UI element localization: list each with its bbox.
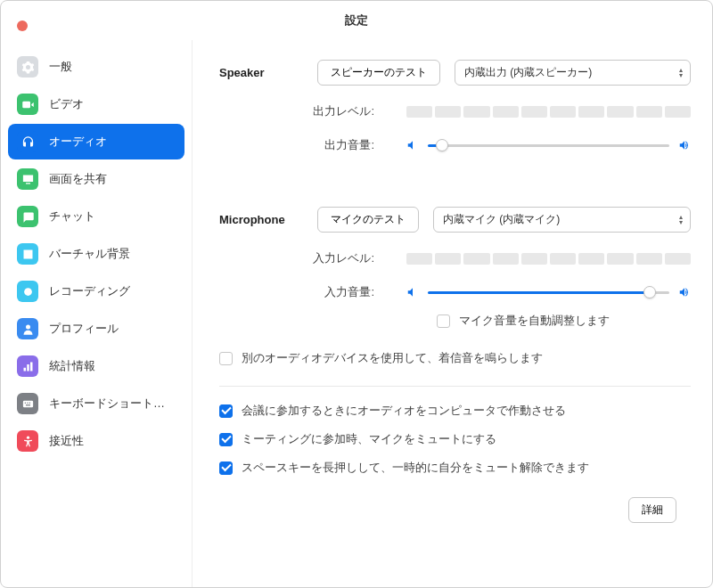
svg-point-0 <box>24 288 32 296</box>
sidebar-item-label: オーディオ <box>49 134 107 150</box>
svg-rect-5 <box>29 402 29 403</box>
close-window-button[interactable] <box>17 20 28 31</box>
keyboard-icon <box>17 393 38 414</box>
input-volume-slider[interactable] <box>428 291 669 294</box>
sidebar-item-label: 接近性 <box>49 433 84 449</box>
mic-device-select[interactable]: 内蔵マイク (内蔵マイク) ▴▾ <box>433 207 691 233</box>
sidebar-item-share-screen[interactable]: 画面を共有 <box>8 161 184 197</box>
sidebar-item-statistics[interactable]: 統計情報 <box>8 348 184 384</box>
checkbox-label: 別のオーディオデバイスを使用して、着信音を鳴らします <box>242 350 543 366</box>
sidebar-item-label: 一般 <box>49 59 72 75</box>
chevron-updown-icon: ▴▾ <box>679 68 683 78</box>
svg-rect-3 <box>24 402 25 403</box>
input-level-label: 入力レベル: <box>219 250 406 266</box>
audio-settings-panel: Speaker スピーカーのテスト 内蔵出力 (内蔵スピーカー) ▴▾ 出力レベ… <box>193 40 712 587</box>
checkbox-icon <box>219 461 233 475</box>
checkbox-label: マイク音量を自動調整します <box>459 313 610 329</box>
divider <box>219 386 691 387</box>
sidebar-item-virtual-background[interactable]: バーチャル背景 <box>8 236 184 272</box>
sidebar-item-label: プロフィール <box>49 321 119 337</box>
input-volume-label: 入力音量: <box>219 284 406 300</box>
speaker-section-label: Speaker <box>219 66 317 79</box>
sidebar-item-recording[interactable]: レコーディング <box>8 274 184 309</box>
checkbox-icon <box>219 352 233 365</box>
sidebar-item-label: バーチャル背景 <box>49 246 130 262</box>
sidebar-item-video[interactable]: ビデオ <box>8 86 184 122</box>
svg-rect-4 <box>27 402 28 403</box>
output-volume-label: 出力音量: <box>219 137 406 153</box>
auto-mic-volume-checkbox[interactable]: マイク音量を自動調整します <box>437 313 691 329</box>
share-screen-icon <box>17 168 38 190</box>
sidebar-item-label: チャット <box>49 208 95 225</box>
speaker-device-select[interactable]: 内蔵出力 (内蔵スピーカー) ▴▾ <box>455 60 691 86</box>
mute-on-join-checkbox[interactable]: ミーティングに参加時、マイクをミュートにする <box>219 431 691 447</box>
computer-audio-on-join-checkbox[interactable]: 会議に参加するときにオーディオをコンピュータで作動させる <box>219 403 691 419</box>
microphone-section-label: Microphone <box>219 213 317 226</box>
volume-low-icon <box>406 139 419 151</box>
sidebar: 一般 ビデオ オーディオ 画面を共有 チャット <box>1 40 193 587</box>
checkbox-icon <box>437 314 450 328</box>
output-level-label: 出力レベル: <box>219 103 406 119</box>
output-level-meter <box>406 106 691 118</box>
volume-high-icon <box>678 286 691 298</box>
advanced-button[interactable]: 詳細 <box>628 497 676 523</box>
headphones-icon <box>17 131 38 152</box>
chevron-updown-icon: ▴▾ <box>679 215 683 225</box>
checkbox-label: スペースキーを長押しして、一時的に自分をミュート解除できます <box>242 460 589 476</box>
test-speaker-button[interactable]: スピーカーのテスト <box>317 60 440 86</box>
svg-point-7 <box>26 436 29 438</box>
svg-rect-2 <box>22 400 32 407</box>
volume-high-icon <box>678 139 691 151</box>
sidebar-item-label: キーボードショートカ… <box>49 396 176 412</box>
sidebar-item-profile[interactable]: プロフィール <box>8 311 184 347</box>
input-level-meter <box>406 253 691 265</box>
space-to-unmute-checkbox[interactable]: スペースキーを長押しして、一時的に自分をミュート解除できます <box>219 460 691 476</box>
accessibility-icon <box>17 430 38 452</box>
output-volume-slider[interactable] <box>428 144 669 147</box>
mic-device-selected: 内蔵マイク (内蔵マイク) <box>443 212 560 227</box>
video-icon <box>17 94 38 115</box>
image-icon <box>17 243 38 265</box>
checkbox-icon <box>219 404 233 418</box>
window-title: 設定 <box>345 12 368 29</box>
test-mic-button[interactable]: マイクのテスト <box>317 207 419 233</box>
checkbox-icon <box>219 433 233 446</box>
sidebar-item-label: ビデオ <box>49 96 84 112</box>
chat-icon <box>17 206 38 227</box>
sidebar-item-label: 画面を共有 <box>49 171 107 187</box>
sidebar-item-keyboard-shortcuts[interactable]: キーボードショートカ… <box>8 386 184 421</box>
sidebar-item-chat[interactable]: チャット <box>8 199 184 234</box>
checkbox-label: ミーティングに参加時、マイクをミュートにする <box>242 431 496 447</box>
speaker-device-selected: 内蔵出力 (内蔵スピーカー) <box>464 65 592 80</box>
checkbox-label: 会議に参加するときにオーディオをコンピュータで作動させる <box>242 403 566 419</box>
sidebar-item-audio[interactable]: オーディオ <box>8 124 184 159</box>
svg-point-1 <box>26 324 30 329</box>
record-icon <box>17 281 38 302</box>
gear-icon <box>17 56 38 78</box>
svg-rect-6 <box>26 404 30 405</box>
stats-icon <box>17 355 38 377</box>
sidebar-item-accessibility[interactable]: 接近性 <box>8 423 184 459</box>
sidebar-item-general[interactable]: 一般 <box>8 49 184 85</box>
user-icon <box>17 318 38 339</box>
sidebar-item-label: 統計情報 <box>49 358 95 374</box>
separate-ringtone-checkbox[interactable]: 別のオーディオデバイスを使用して、着信音を鳴らします <box>219 350 691 366</box>
sidebar-item-label: レコーディング <box>49 283 130 299</box>
volume-low-icon <box>406 286 419 298</box>
